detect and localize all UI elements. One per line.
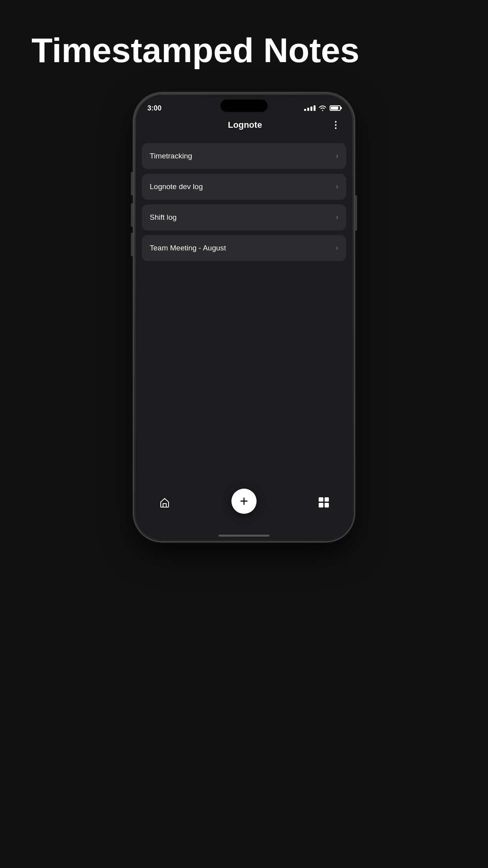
home-tab[interactable] — [159, 493, 170, 508]
chevron-right-icon: › — [336, 152, 338, 160]
page-wrapper: Timestamped Notes 3:00 — [0, 0, 488, 868]
notes-list: Timetracking › Lognote dev log › Shift l… — [136, 137, 352, 489]
plus-icon: + — [240, 494, 248, 508]
nav-bar: Lognote ⋮ — [136, 116, 352, 137]
note-item-label: Lognote dev log — [150, 182, 203, 191]
dynamic-island — [220, 99, 268, 112]
chevron-right-icon: › — [336, 213, 338, 221]
note-item[interactable]: Lognote dev log › — [142, 174, 346, 200]
note-item-label: Shift log — [150, 213, 177, 222]
status-time: 3:00 — [147, 104, 161, 112]
phone-frame: 3:00 — [134, 93, 354, 541]
note-item-label: Timetracking — [150, 152, 192, 160]
home-icon — [159, 497, 170, 508]
chevron-right-icon: › — [336, 244, 338, 252]
add-note-button[interactable]: + — [231, 489, 257, 514]
grid-icon — [319, 497, 329, 508]
tab-bar: + — [136, 489, 352, 540]
more-menu-button[interactable]: ⋮ — [331, 120, 341, 131]
phone-screen: 3:00 — [136, 95, 352, 540]
wifi-icon — [319, 105, 327, 111]
note-item[interactable]: Timetracking › — [142, 143, 346, 169]
home-indicator — [218, 535, 270, 537]
chevron-right-icon: › — [336, 182, 338, 191]
app-title: Lognote — [228, 120, 262, 130]
signal-icon — [304, 105, 316, 111]
note-item-label: Team Meeting - August — [150, 244, 226, 252]
status-icons — [304, 105, 341, 111]
note-item[interactable]: Team Meeting - August › — [142, 235, 346, 261]
battery-icon — [330, 105, 341, 111]
grid-tab[interactable] — [319, 493, 329, 508]
page-headline: Timestamped Notes — [0, 0, 488, 93]
note-item[interactable]: Shift log › — [142, 204, 346, 230]
